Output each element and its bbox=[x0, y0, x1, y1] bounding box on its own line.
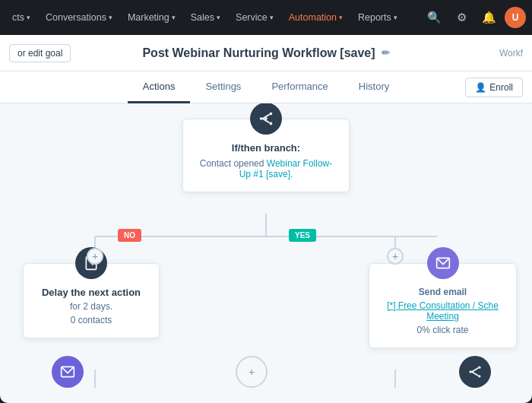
workflow-title: Post Webinar Nurturing Workflow [save] bbox=[142, 46, 375, 60]
nav-item-conversations[interactable]: Conversations ▾ bbox=[40, 9, 119, 26]
notifications-icon-btn[interactable]: 🔔 bbox=[477, 6, 500, 29]
toolbar-right: Workf bbox=[499, 48, 523, 59]
add-circle-right[interactable]: + bbox=[387, 248, 404, 265]
workflow-canvas: If/then branch: Contact opened Webinar F… bbox=[0, 103, 532, 403]
bottom-add-circle[interactable]: + bbox=[236, 356, 268, 388]
delay-desc: for 2 days. bbox=[36, 301, 147, 312]
nav-item-automation[interactable]: Automation ▾ bbox=[283, 9, 349, 26]
workflow-container: If/then branch: Contact opened Webinar F… bbox=[0, 103, 532, 403]
branch-node: If/then branch: Contact opened Webinar F… bbox=[182, 119, 350, 192]
enroll-button[interactable]: 👤 Enroll bbox=[465, 78, 523, 97]
nav-item-marketing[interactable]: Marketing ▾ bbox=[122, 9, 182, 26]
bottom-email-node[interactable] bbox=[52, 356, 84, 388]
bottom-branch-node[interactable] bbox=[459, 356, 491, 388]
nav-label: cts bbox=[12, 12, 24, 23]
toolbar-title: Post Webinar Nurturing Workflow [save] ✏ bbox=[142, 46, 389, 60]
chevron-icon: ▾ bbox=[394, 14, 397, 21]
email-icon bbox=[427, 247, 459, 279]
add-circle-left[interactable]: + bbox=[87, 248, 103, 265]
chevron-icon: ▾ bbox=[270, 14, 274, 21]
tab-label: Actions bbox=[143, 81, 176, 92]
email-node: Send email [*] Free Consultation / Sche … bbox=[369, 263, 517, 348]
svg-point-19 bbox=[478, 367, 480, 369]
svg-point-18 bbox=[470, 370, 472, 373]
edit-icon[interactable]: ✏ bbox=[382, 47, 390, 59]
toolbar: or edit goal Post Webinar Nurturing Work… bbox=[0, 35, 532, 71]
chevron-icon: ▾ bbox=[109, 14, 112, 21]
nav-label: Automation bbox=[289, 12, 337, 23]
email-send-link[interactable]: [*] Free Consultation / Sche Meeting bbox=[382, 300, 504, 322]
tab-label: History bbox=[359, 81, 389, 92]
tabs-bar: Actions Settings Performance History 👤 E… bbox=[0, 71, 532, 103]
email-click-rate: 0% click rate bbox=[382, 325, 504, 335]
nav-item-cts[interactable]: cts ▾ bbox=[6, 9, 36, 26]
chevron-icon: ▾ bbox=[217, 14, 220, 21]
branch-label-no: NO bbox=[118, 229, 141, 242]
branch-desc: Contact opened Webinar Follow-Up #1 [sav… bbox=[198, 158, 334, 179]
settings-icon-btn[interactable]: ⚙ bbox=[450, 6, 473, 29]
branch-desc-prefix: Contact opened bbox=[200, 158, 267, 169]
workflow-label: Workf bbox=[499, 48, 523, 59]
svg-line-21 bbox=[472, 368, 478, 372]
tab-actions[interactable]: Actions bbox=[128, 71, 191, 103]
tab-history[interactable]: History bbox=[344, 71, 404, 103]
tab-label: Settings bbox=[205, 81, 241, 92]
nav-label: Marketing bbox=[128, 12, 169, 23]
nav-label: Conversations bbox=[46, 12, 106, 23]
svg-point-9 bbox=[270, 122, 273, 125]
svg-point-12 bbox=[264, 117, 268, 120]
nav-item-sales[interactable]: Sales ▾ bbox=[185, 9, 226, 26]
svg-point-20 bbox=[478, 375, 480, 377]
delay-contacts: 0 contacts bbox=[36, 315, 147, 325]
svg-line-22 bbox=[472, 372, 478, 376]
nav-label: Sales bbox=[191, 12, 214, 23]
edit-goal-button[interactable]: or edit goal bbox=[9, 44, 71, 62]
delay-node: Delay the next action for 2 days. 0 cont… bbox=[23, 263, 160, 338]
nav-right: 🔍 ⚙ 🔔 U bbox=[423, 6, 526, 29]
delay-title: Delay the next action bbox=[36, 287, 147, 298]
user-avatar[interactable]: U bbox=[505, 7, 526, 28]
email-send-title: Send email bbox=[382, 287, 504, 297]
enroll-label: Enroll bbox=[489, 82, 513, 93]
branch-icon bbox=[250, 103, 282, 135]
toolbar-left: or edit goal bbox=[9, 44, 71, 62]
top-nav: cts ▾ Conversations ▾ Marketing ▾ Sales … bbox=[0, 0, 532, 35]
nav-label: Reports bbox=[358, 12, 391, 23]
enroll-icon: 👤 bbox=[475, 82, 486, 93]
tab-performance[interactable]: Performance bbox=[256, 71, 343, 103]
nav-item-service[interactable]: Service ▾ bbox=[230, 9, 280, 26]
svg-point-7 bbox=[260, 117, 263, 120]
branch-label-yes: YES bbox=[289, 229, 316, 242]
svg-point-8 bbox=[270, 113, 273, 116]
nav-label: Service bbox=[236, 12, 268, 23]
chevron-icon: ▾ bbox=[172, 14, 176, 21]
tab-settings[interactable]: Settings bbox=[190, 71, 256, 103]
branch-title: If/then branch: bbox=[198, 142, 334, 154]
chevron-icon: ▾ bbox=[339, 14, 343, 21]
search-icon-btn[interactable]: 🔍 bbox=[423, 6, 445, 29]
chevron-icon: ▾ bbox=[27, 14, 30, 21]
nav-item-reports[interactable]: Reports ▾ bbox=[352, 9, 404, 26]
tab-label: Performance bbox=[271, 81, 328, 92]
